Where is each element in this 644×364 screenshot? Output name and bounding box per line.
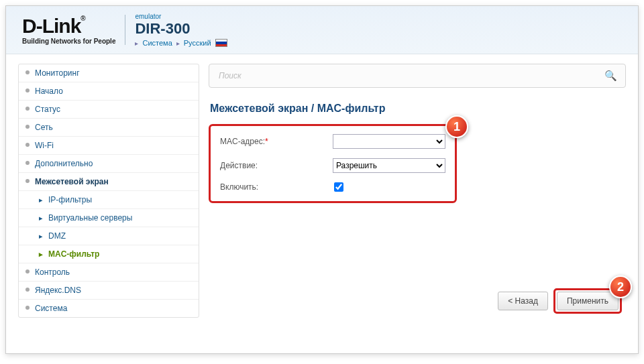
action-label: Действие: xyxy=(220,161,333,170)
model-block: emulator DIR-300 ▸ Система ▸ Русский xyxy=(135,13,227,47)
footer-buttons: < Назад 2 Применить xyxy=(498,288,622,314)
mac-address-select[interactable] xyxy=(333,134,445,149)
search-placeholder: Поиск xyxy=(219,71,241,80)
sidebar-item-monitoring[interactable]: Мониторинг xyxy=(19,64,199,82)
action-select[interactable]: Разрешить xyxy=(333,158,445,173)
sidebar-item-status[interactable]: Статус xyxy=(19,101,199,119)
apply-highlight: 2 Применить xyxy=(553,288,622,314)
header: D-Link® Building Networks for People emu… xyxy=(6,6,638,54)
sidebar-item-control[interactable]: Контроль xyxy=(19,263,199,282)
logo-tagline: Building Networks for People xyxy=(22,38,115,45)
sidebar-item-wifi[interactable]: Wi-Fi xyxy=(19,137,199,155)
enable-checkbox[interactable] xyxy=(334,182,343,192)
search-icon: 🔍 xyxy=(604,70,617,82)
sidebar-item-yandex-dns[interactable]: Яндекс.DNS xyxy=(19,282,199,300)
sidebar-item-advanced[interactable]: Дополнительно xyxy=(19,155,199,173)
chevron-right-icon: ▸ xyxy=(176,40,180,47)
sidebar-item-dmz[interactable]: ▸DMZ xyxy=(19,227,199,245)
back-button[interactable]: < Назад xyxy=(498,292,548,310)
sidebar-item-ip-filters[interactable]: ▸IP-фильтры xyxy=(19,191,199,209)
sidebar-item-mac-filter[interactable]: ▸MAC-фильтр xyxy=(19,245,199,263)
chevron-right-icon: ▸ xyxy=(135,40,138,47)
model-name: DIR-300 xyxy=(135,20,227,38)
sidebar: Мониторинг Начало Статус Сеть Wi-Fi Допо… xyxy=(18,64,199,318)
annotation-callout-2: 2 xyxy=(609,276,632,298)
breadcrumb: ▸ Система ▸ Русский xyxy=(135,39,227,47)
emulator-label: emulator xyxy=(135,13,227,20)
flag-ru-icon xyxy=(215,39,227,47)
logo: D-Link® xyxy=(22,15,115,38)
breadcrumb-system[interactable]: Система xyxy=(142,39,172,47)
page-title: Межсетевой экран / MAC-фильтр xyxy=(210,103,626,115)
sidebar-item-virtual-servers[interactable]: ▸Виртуальные серверы xyxy=(19,209,199,227)
sidebar-item-system[interactable]: Система xyxy=(19,300,199,317)
mac-address-label: MAC-адрес:* xyxy=(220,137,333,146)
sidebar-item-network[interactable]: Сеть xyxy=(19,119,199,137)
logo-block: D-Link® Building Networks for People xyxy=(22,15,125,45)
main-panel: Поиск 🔍 Межсетевой экран / MAC-фильтр 1 … xyxy=(209,64,626,318)
enable-label: Включить: xyxy=(220,182,334,192)
sidebar-item-firewall[interactable]: Межсетевой экран xyxy=(19,173,199,191)
mac-filter-form: 1 MAC-адрес:* Действие: Разрешить Включи… xyxy=(209,124,457,203)
apply-button[interactable]: Применить xyxy=(557,292,619,310)
sidebar-item-start[interactable]: Начало xyxy=(19,82,199,101)
search-input[interactable]: Поиск 🔍 xyxy=(209,64,626,88)
annotation-callout-1: 1 xyxy=(445,115,468,138)
breadcrumb-language[interactable]: Русский xyxy=(184,39,211,47)
